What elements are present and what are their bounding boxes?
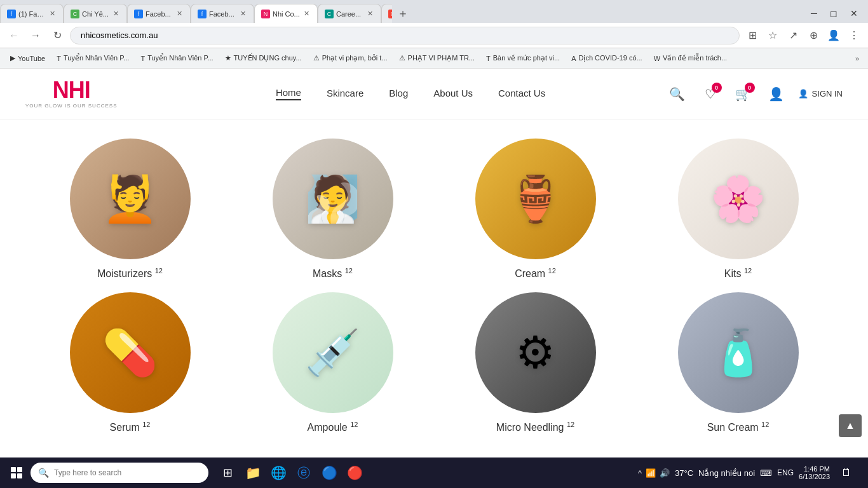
address-bar: ← → ↻ ⊞ ☆ ↗ ⊕ 👤 ⋮ [0, 23, 868, 48]
browser-tab-tab1[interactable]: f (1) Fac... ✕ [0, 4, 64, 23]
taskbar-search-input[interactable] [54, 468, 201, 477]
zoom-button[interactable]: ⊕ [804, 27, 822, 44]
language-button[interactable]: ENG [777, 468, 794, 477]
category-count-ampoule: 12 [350, 421, 358, 428]
bookmark-item-4[interactable]: ⚠ Phạt vi phạm, bởi t... [308, 53, 393, 64]
task-view-button[interactable]: ⊞ [216, 461, 239, 484]
bookmarks-more[interactable]: » [851, 53, 863, 64]
profile-button[interactable]: 👤 [825, 27, 843, 44]
search-button[interactable]: 🔍 [666, 83, 689, 105]
logo-tagline: YOUR GLOW IS OUR SUCCESS [25, 103, 117, 109]
category-label-ampoule: Ampoule 12 [308, 421, 358, 433]
nav-about[interactable]: About Us [433, 88, 473, 100]
tab-close-button[interactable]: ✕ [366, 8, 374, 19]
keyboard-icon[interactable]: ⌨ [760, 468, 772, 478]
network-icon[interactable]: 📶 [646, 468, 656, 478]
scroll-top-button[interactable]: ▲ [839, 414, 862, 437]
forward-button[interactable]: → [27, 27, 44, 44]
tab-label: Nhi Co... [273, 10, 300, 18]
taskbar-search[interactable]: 🔍 [31, 463, 208, 483]
new-tab-button[interactable]: ＋ [392, 4, 414, 23]
nav-blog[interactable]: Blog [389, 88, 408, 100]
edge-button[interactable]: 🌐 [267, 461, 290, 484]
browser-tab-tab6[interactable]: C Caree... ✕ [318, 4, 381, 23]
reload-button[interactable]: ↻ [48, 27, 66, 44]
more-button[interactable]: ⋮ [845, 27, 863, 44]
category-image-cream: 🏺 [475, 139, 596, 259]
ie-button[interactable]: ⓔ [292, 461, 315, 484]
minimize-button[interactable]: ─ [806, 7, 822, 20]
category-item-moisturizers[interactable]: 💆 Moisturizers 12 [38, 139, 222, 280]
file-explorer-button[interactable]: 📁 [241, 461, 264, 484]
extensions-button[interactable]: ⊞ [743, 27, 761, 44]
category-item-masks[interactable]: 🧖 Masks 12 [241, 139, 424, 280]
share-button[interactable]: ↗ [784, 27, 802, 44]
sys-icons: ^ 📶 🔊 [638, 468, 670, 478]
site-header: NHI YOUR GLOW IS OUR SUCCESS Home Skinca… [0, 69, 868, 119]
chrome-button[interactable]: 🔵 [318, 461, 341, 484]
search-icon: 🔍 [38, 468, 49, 478]
browser-tab-tab7[interactable]: G cô nà... ✕ [381, 4, 392, 23]
nav-contact[interactable]: Contact Us [498, 88, 545, 100]
bookmark-label: Bàn về mức phạt vi... [493, 54, 560, 62]
bookmark-item-1[interactable]: T Tuyển Nhân Viên P... [51, 53, 134, 64]
browser-tab-tab2[interactable]: C Chi Yê... ✕ [64, 4, 127, 23]
bookmark-favicon: ★ [225, 54, 231, 62]
notifications-button[interactable]: 🗒 [835, 461, 858, 484]
account-button[interactable]: 👤 [765, 83, 788, 105]
start-button[interactable] [5, 461, 28, 484]
show-hidden-button[interactable]: ^ [638, 468, 642, 478]
category-item-cream[interactable]: 🏺 Cream 12 [444, 139, 627, 280]
tab-close-button[interactable]: ✕ [175, 8, 184, 19]
bookmark-item-7[interactable]: A Dịch COVID-19 có... [566, 53, 648, 64]
taskbar: 🔍 ⊞ 📁 🌐 ⓔ 🔵 🔴 ^ 📶 🔊 37°C Nắng [0, 458, 868, 488]
back-button[interactable]: ← [5, 27, 23, 44]
nav-home[interactable]: Home [276, 87, 301, 100]
category-image-serum: 💊 [70, 292, 191, 413]
tab-close-button[interactable]: ✕ [48, 8, 57, 19]
bookmark-button[interactable]: ☆ [764, 27, 782, 44]
taskbar-time[interactable]: 1:46 PM 6/13/2023 [799, 465, 830, 480]
tab-label: Caree... [336, 10, 363, 18]
bookmark-item-2[interactable]: T Tuyển Nhân Viên P... [135, 53, 218, 64]
bookmark-favicon: A [571, 55, 576, 62]
tab-label: Chi Yê... [82, 10, 109, 18]
nav-skincare[interactable]: Skincare [327, 88, 363, 100]
bookmark-label: Vấn đề miễn trách... [663, 54, 727, 62]
volume-icon[interactable]: 🔊 [660, 468, 670, 478]
wishlist-badge: 0 [712, 83, 722, 93]
bookmark-item-6[interactable]: T Bàn về mức phạt vi... [481, 53, 565, 64]
tab-close-button[interactable]: ✕ [239, 8, 247, 19]
browser-tab-tab4[interactable]: f Faceb... ✕ [191, 4, 254, 23]
wishlist-button[interactable]: ♡ 0 [699, 83, 722, 105]
user-icon: 👤 [768, 86, 784, 102]
taskbar-apps: ⊞ 📁 🌐 ⓔ 🔵 🔴 [216, 461, 366, 484]
site-nav: Home Skincare Blog About Us Contact Us [155, 87, 665, 100]
bookmark-item-0[interactable]: ▶ YouTube [5, 53, 50, 64]
browser-tab-tab3[interactable]: f Faceb... ✕ [127, 4, 191, 23]
bookmark-item-3[interactable]: ★ TUYỂN DỤNG chuy... [220, 53, 307, 64]
bookmark-favicon: ▶ [10, 54, 15, 62]
address-input[interactable] [70, 27, 740, 44]
category-item-ampoule[interactable]: 💉 Ampoule 12 [241, 292, 424, 433]
tab-close-button[interactable]: ✕ [112, 8, 120, 19]
tab-close-button[interactable]: ✕ [302, 8, 311, 19]
bookmark-label: Tuyển Nhân Viên P... [64, 54, 129, 62]
browser-tab-tab5[interactable]: N Nhi Co... ✕ [254, 4, 318, 23]
cart-button[interactable]: 🛒 0 [732, 83, 755, 105]
category-count-masks: 12 [345, 267, 353, 274]
bookmark-item-8[interactable]: W Vấn đề miễn trách... [649, 53, 732, 64]
close-button[interactable]: ✕ [845, 7, 863, 20]
weather-desc: Nắng nhiều noi [698, 468, 755, 478]
category-item-serum[interactable]: 💊 Serum 12 [38, 292, 222, 433]
app6-button[interactable]: 🔴 [343, 461, 366, 484]
category-item-kits[interactable]: 🌸 Kits 12 [646, 139, 830, 280]
bookmark-item-5[interactable]: ⚠ PHẠT VI PHẠM TR... [394, 53, 480, 64]
maximize-button[interactable]: ◻ [825, 7, 843, 20]
category-item-microneedling[interactable]: ⚙ Micro Needling 12 [444, 292, 627, 433]
bookmark-favicon: ⚠ [313, 54, 320, 62]
bookmark-label: Phạt vi phạm, bởi t... [322, 54, 388, 62]
sign-in-button[interactable]: 👤 SIGN IN [798, 89, 843, 98]
logo[interactable]: NHI YOUR GLOW IS OUR SUCCESS [25, 79, 117, 109]
category-item-suncream[interactable]: 🧴 Sun Cream 12 [646, 292, 830, 433]
